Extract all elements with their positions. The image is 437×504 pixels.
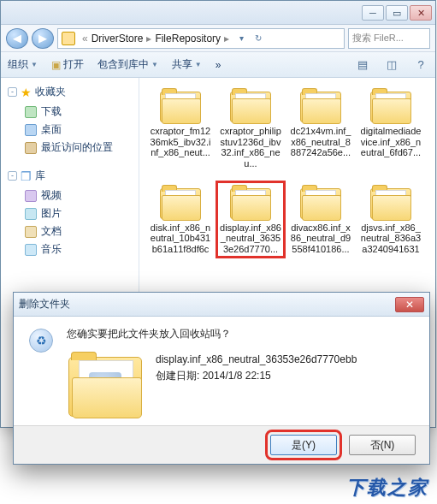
dialog-body: ♻ 您确实要把此文件夹放入回收站吗？ display.inf_x86_neutr… xyxy=(14,317,429,425)
folder-name: cxraptor_fm1236mk5_ibv32.inf_x86_neut... xyxy=(150,126,211,158)
pictures-icon xyxy=(25,208,37,220)
breadcrumb-1[interactable]: DriverStore xyxy=(92,33,144,44)
folder-item[interactable]: divacx86.inf_x86_neutral_d9558f410186... xyxy=(290,185,351,255)
folder-item[interactable]: display.inf_x86_neutral_36353e26d7770... xyxy=(220,185,281,255)
dialog-meta: display.inf_x86_neutral_36353e26d7770ebb… xyxy=(156,352,357,384)
help-icon[interactable]: ? xyxy=(413,57,428,73)
dropdown-icon: ▼ xyxy=(151,61,158,68)
tree-item-label: 图片 xyxy=(41,206,62,221)
window-close-button[interactable]: ✕ xyxy=(410,5,432,21)
toolbar-include-label: 包含到库中 xyxy=(97,57,149,72)
address-row: ◀ ▶ « DriverStore ▸ FileRepository ▸ ▾ ↻… xyxy=(1,25,435,52)
dialog-question: 您确实要把此文件夹放入回收站吗？ xyxy=(67,327,414,341)
music-icon xyxy=(25,244,37,256)
address-dropdown-icon[interactable]: ▾ xyxy=(233,29,250,48)
tree-item-videos[interactable]: 视频 xyxy=(8,187,135,205)
dialog-created-label: 创建日期: xyxy=(156,370,199,382)
tree-item-label: 下载 xyxy=(41,104,62,119)
dialog-title: 删除文件夹 xyxy=(19,297,70,311)
nav-forward-button[interactable]: ▶ xyxy=(32,28,54,49)
folder-icon xyxy=(228,88,273,124)
preview-pane-icon[interactable]: ◫ xyxy=(384,57,399,73)
folder-icon xyxy=(228,185,273,221)
open-icon: ▣ xyxy=(51,59,61,71)
videos-icon xyxy=(25,190,37,202)
folder-item[interactable]: cxraptor_fm1236mk5_ibv32.inf_x86_neut... xyxy=(150,88,211,169)
tree-item-label: 视频 xyxy=(41,188,62,203)
tree-libraries-head[interactable]: - ❐ 库 xyxy=(8,169,135,183)
window-maximize-button[interactable]: ▭ xyxy=(386,5,408,21)
dialog-titlebar: 删除文件夹 ✕ xyxy=(14,293,429,317)
toolbar-organize[interactable]: 组织 ▼ xyxy=(8,57,38,72)
address-bar[interactable]: « DriverStore ▸ FileRepository ▸ ▾ ↻ xyxy=(57,28,345,49)
folder-name: disk.inf_x86_neutral_10b431b61a11f8df6c xyxy=(150,222,211,255)
tree-item-label: 最近访问的位置 xyxy=(41,140,113,155)
recent-icon xyxy=(25,142,37,154)
folder-item[interactable]: digitalmediadevice.inf_x86_neutral_6fd67… xyxy=(360,88,422,169)
tree-item-label: 桌面 xyxy=(41,122,62,137)
folder-item[interactable]: cxraptor_philipstuv1236d_ibv32.inf_x86_n… xyxy=(220,88,281,169)
folder-icon xyxy=(298,185,343,221)
address-refresh-icon[interactable]: ↻ xyxy=(250,29,267,48)
folder-name: display.inf_x86_neutral_36353e26d7770... xyxy=(220,222,281,255)
toolbar-open[interactable]: ▣ 打开 xyxy=(51,57,84,72)
tree-item-downloads[interactable]: 下载 xyxy=(8,103,135,121)
dialog-created-value: 2014/1/8 22:15 xyxy=(203,370,271,382)
dropdown-icon: ▼ xyxy=(31,61,38,68)
folder-preview-icon xyxy=(67,352,145,422)
breadcrumb-sep-icon: ▸ xyxy=(224,33,229,44)
change-view-icon[interactable]: ▤ xyxy=(355,57,370,73)
star-icon: ★ xyxy=(21,86,32,99)
window-titlebar: ─ ▭ ✕ xyxy=(1,1,435,25)
dialog-item-name: display.inf_x86_neutral_36353e26d7770ebb xyxy=(156,352,357,368)
folder-name: djsvs.inf_x86_neutral_836a3a3240941631 xyxy=(360,222,422,255)
search-input[interactable]: 搜索 FileR... xyxy=(348,28,430,49)
folder-icon xyxy=(369,88,413,124)
dialog-close-button[interactable]: ✕ xyxy=(395,297,424,312)
breadcrumb-sep-icon: ▸ xyxy=(146,33,151,44)
folder-grid: cxraptor_fm1236mk5_ibv32.inf_x86_neut...… xyxy=(150,88,428,254)
tree-item-label: 文档 xyxy=(41,224,62,239)
library-icon: ❐ xyxy=(21,169,32,183)
folder-item[interactable]: dc21x4vm.inf_x86_neutral_8887242a56e... xyxy=(290,88,351,169)
tree-item-pictures[interactable]: 图片 xyxy=(8,205,135,222)
folder-icon xyxy=(158,88,203,124)
collapse-icon[interactable]: - xyxy=(8,171,17,181)
nav-back-button[interactable]: ◀ xyxy=(6,28,28,49)
folder-icon xyxy=(158,185,203,221)
recycle-icon: ♻ xyxy=(29,329,53,353)
dialog-yes-button[interactable]: 是(Y) xyxy=(270,435,337,455)
toolbar: 组织 ▼ ▣ 打开 包含到库中 ▼ 共享 ▼ » ▤ ◫ ? xyxy=(1,52,435,78)
toolbar-share[interactable]: 共享 ▼ xyxy=(172,57,202,72)
tree-favorites-label: 收藏夹 xyxy=(35,85,66,99)
dialog-created-row: 创建日期: 2014/1/8 22:15 xyxy=(156,368,357,384)
dialog-text: 您确实要把此文件夹放入回收站吗？ display.inf_x86_neutral… xyxy=(67,327,414,422)
drive-icon xyxy=(62,32,75,45)
folder-icon xyxy=(369,185,413,221)
folder-item[interactable]: djsvs.inf_x86_neutral_836a3a3240941631 xyxy=(360,185,422,255)
documents-icon xyxy=(25,226,37,238)
dropdown-icon: ▼ xyxy=(195,61,202,68)
toolbar-include-in-library[interactable]: 包含到库中 ▼ xyxy=(97,57,158,72)
toolbar-overflow[interactable]: » xyxy=(216,59,221,71)
tree-item-desktop[interactable]: 桌面 xyxy=(8,121,135,139)
tree-item-music[interactable]: 音乐 xyxy=(8,240,135,258)
folder-name: dc21x4vm.inf_x86_neutral_8887242a56e... xyxy=(290,126,351,158)
watermark: 下载之家 xyxy=(346,475,428,501)
delete-folder-dialog: 删除文件夹 ✕ ♻ 您确实要把此文件夹放入回收站吗？ display.inf_x… xyxy=(13,292,430,465)
downloads-icon xyxy=(25,106,37,118)
tree-favorites-head[interactable]: - ★ 收藏夹 xyxy=(8,85,135,99)
folder-icon xyxy=(298,88,343,124)
breadcrumb-2[interactable]: FileRepository xyxy=(155,33,221,44)
search-placeholder: 搜索 FileR... xyxy=(352,32,404,44)
tree-libraries-label: 库 xyxy=(35,169,45,183)
dialog-no-button[interactable]: 否(N) xyxy=(349,435,416,455)
tree-item-recent[interactable]: 最近访问的位置 xyxy=(8,139,135,157)
folder-item[interactable]: disk.inf_x86_neutral_10b431b61a11f8df6c xyxy=(150,185,211,255)
dialog-footer: 是(Y) 否(N) xyxy=(14,425,429,464)
tree-favorites: - ★ 收藏夹 下载桌面最近访问的位置 xyxy=(8,85,135,157)
window-minimize-button[interactable]: ─ xyxy=(362,5,384,21)
collapse-icon[interactable]: - xyxy=(8,87,17,97)
toolbar-open-label: 打开 xyxy=(63,57,84,72)
tree-item-documents[interactable]: 文档 xyxy=(8,222,135,240)
